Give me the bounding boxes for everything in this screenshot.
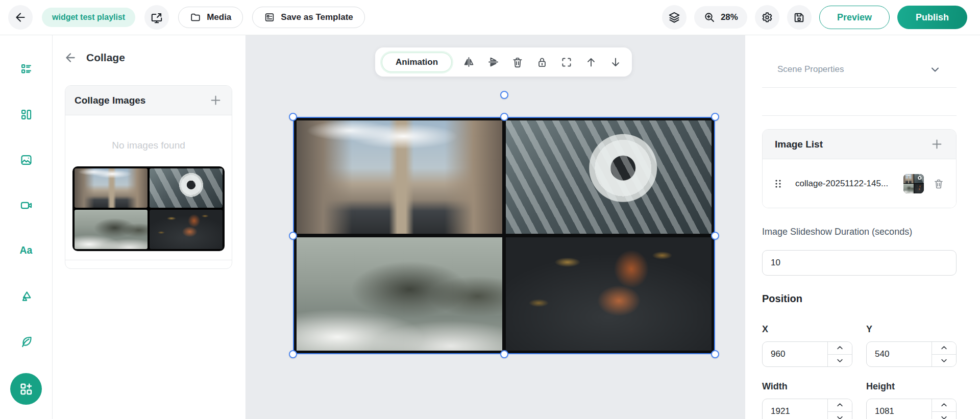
x-input[interactable] [763,342,827,366]
resize-handle-w[interactable] [289,232,297,240]
collage-images-card-header: Collage Images [65,86,232,115]
save-button[interactable] [787,5,812,30]
y-step-down-button[interactable] [932,355,956,367]
move-up-button[interactable] [583,55,599,70]
drag-handle-icon[interactable] [774,178,783,189]
sidebar-item-text[interactable]: Aa [16,240,36,261]
layers-icon [668,11,681,24]
resize-handle-s[interactable] [500,350,508,358]
cast-screen-icon [150,11,163,24]
resize-handle-sw[interactable] [289,350,297,358]
scene-properties-toggle[interactable]: Scene Properties [762,63,957,76]
fullscreen-button[interactable] [559,55,574,70]
height-step-down-button[interactable] [932,412,956,419]
zoom-in-icon [703,11,716,23]
width-input[interactable] [763,399,827,419]
add-widget-fab[interactable] [10,373,42,405]
cast-screen-button[interactable] [144,5,169,30]
folder-icon [190,12,201,23]
rotate-handle[interactable] [500,91,508,99]
fullscreen-icon [560,56,573,69]
add-image-button[interactable] [930,137,944,151]
svg-text:Aa: Aa [20,244,33,256]
settings-button[interactable] [755,5,779,30]
collage-panel: Collage Collage Images No images found [53,35,246,419]
sidebar-item-images[interactable] [16,150,36,170]
height-stepper [932,399,956,419]
back-button[interactable] [8,5,33,30]
y-input[interactable] [867,342,932,366]
image-item-name: collage-20251122-145... [795,179,888,189]
sidebar-item-widgets[interactable] [16,104,36,125]
squirrel-photo [914,184,924,193]
delete-image-button[interactable] [933,178,945,190]
preview-button[interactable]: Preview [819,6,890,29]
collage-preview-thumbnail[interactable] [72,166,225,251]
media-button[interactable]: Media [178,7,243,28]
resize-handle-ne[interactable] [711,113,719,121]
layers-button[interactable] [662,5,687,30]
image-list-header: Image List [763,130,956,159]
sidebar-item-videos[interactable] [16,195,36,215]
flip-horizontal-button[interactable] [461,55,476,70]
zoom-control[interactable]: 28% [694,6,747,29]
width-field [762,399,852,419]
resize-handle-e[interactable] [711,232,719,240]
sidebar-item-eco[interactable] [16,331,36,352]
y-step-up-button[interactable] [932,342,956,355]
delete-button[interactable] [510,55,525,70]
height-input[interactable] [867,399,932,419]
shapes-icon [19,289,33,303]
flip-vertical-icon [486,55,500,69]
text-icon: Aa [18,243,34,258]
add-collage-image-button[interactable] [209,93,223,107]
resize-handle-n[interactable] [500,113,508,121]
zoom-level-value: 28% [721,12,738,22]
width-step-down-button[interactable] [828,412,852,419]
height-label: Height [866,381,957,392]
flip-horizontal-icon [462,55,476,69]
media-button-label: Media [207,12,231,22]
animation-button[interactable]: Animation [382,53,452,72]
save-as-template-button[interactable]: Save as Template [252,7,364,28]
image-list-item[interactable]: collage-20251122-145... [763,159,956,208]
move-down-button[interactable] [608,55,623,70]
left-icon-rail: Aa [0,35,53,419]
playlist-icon [19,62,33,76]
divider [762,87,957,88]
panel-title: Collage [86,52,125,64]
width-label: Width [762,381,852,392]
save-floppy-icon [793,11,805,24]
image-item-thumbnail [903,174,924,193]
height-step-up-button[interactable] [932,399,956,412]
city-street-photo [903,174,914,184]
position-fields-grid: X Y [762,324,957,419]
lock-icon [535,56,549,69]
playlist-name-badge[interactable]: widget test playlist [42,8,135,27]
sidebar-item-playlists[interactable] [16,59,36,79]
publish-button[interactable]: Publish [897,6,967,29]
lock-button[interactable] [534,55,550,70]
height-field [866,399,957,419]
slideshow-duration-input[interactable] [762,250,957,276]
x-stepper [827,342,852,366]
arrow-down-icon [609,56,622,69]
width-stepper [827,399,852,419]
collage-images-card: Collage Images No images found [65,85,232,269]
y-field [866,341,957,367]
resize-handle-nw[interactable] [289,113,297,121]
chevron-down-icon [929,63,941,76]
foggy-mountain-photo [297,237,502,351]
sidebar-item-shapes[interactable] [16,286,36,306]
selected-collage-widget[interactable] [293,117,715,354]
x-step-down-button[interactable] [828,355,852,367]
resize-handle-se[interactable] [711,350,719,358]
x-step-up-button[interactable] [828,342,852,355]
template-icon [264,12,275,23]
add-widget-icon [18,381,34,397]
trash-icon [511,56,524,69]
editor-canvas[interactable]: Animation [246,35,745,419]
width-step-up-button[interactable] [828,399,852,412]
flip-vertical-button[interactable] [485,55,501,70]
collage-back-button[interactable] [64,51,77,64]
